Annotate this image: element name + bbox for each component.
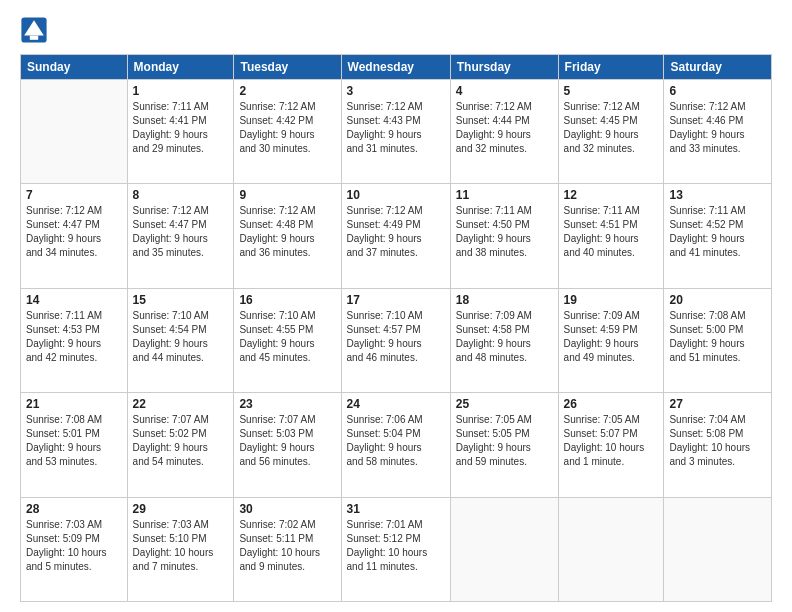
cell-day-number: 31 [347,502,445,516]
calendar-cell: 12Sunrise: 7:11 AM Sunset: 4:51 PM Dayli… [558,184,664,288]
cell-day-number: 10 [347,188,445,202]
weekday-header-sunday: Sunday [21,55,128,80]
calendar-cell: 5Sunrise: 7:12 AM Sunset: 4:45 PM Daylig… [558,80,664,184]
cell-day-number: 19 [564,293,659,307]
calendar-cell [558,497,664,601]
cell-info-text: Sunrise: 7:12 AM Sunset: 4:42 PM Dayligh… [239,100,335,156]
calendar-cell: 19Sunrise: 7:09 AM Sunset: 4:59 PM Dayli… [558,288,664,392]
cell-info-text: Sunrise: 7:02 AM Sunset: 5:11 PM Dayligh… [239,518,335,574]
weekday-header-friday: Friday [558,55,664,80]
cell-day-number: 25 [456,397,553,411]
cell-info-text: Sunrise: 7:11 AM Sunset: 4:52 PM Dayligh… [669,204,766,260]
weekday-header-wednesday: Wednesday [341,55,450,80]
cell-day-number: 2 [239,84,335,98]
calendar-cell: 4Sunrise: 7:12 AM Sunset: 4:44 PM Daylig… [450,80,558,184]
calendar-cell [21,80,128,184]
cell-day-number: 5 [564,84,659,98]
calendar-cell: 30Sunrise: 7:02 AM Sunset: 5:11 PM Dayli… [234,497,341,601]
cell-info-text: Sunrise: 7:11 AM Sunset: 4:53 PM Dayligh… [26,309,122,365]
cell-info-text: Sunrise: 7:03 AM Sunset: 5:10 PM Dayligh… [133,518,229,574]
calendar-cell [664,497,772,601]
cell-info-text: Sunrise: 7:05 AM Sunset: 5:07 PM Dayligh… [564,413,659,469]
cell-day-number: 1 [133,84,229,98]
calendar-cell: 1Sunrise: 7:11 AM Sunset: 4:41 PM Daylig… [127,80,234,184]
cell-day-number: 14 [26,293,122,307]
calendar-row-0: 1Sunrise: 7:11 AM Sunset: 4:41 PM Daylig… [21,80,772,184]
weekday-header-monday: Monday [127,55,234,80]
cell-day-number: 7 [26,188,122,202]
calendar-cell: 29Sunrise: 7:03 AM Sunset: 5:10 PM Dayli… [127,497,234,601]
calendar-cell: 15Sunrise: 7:10 AM Sunset: 4:54 PM Dayli… [127,288,234,392]
calendar-cell: 17Sunrise: 7:10 AM Sunset: 4:57 PM Dayli… [341,288,450,392]
cell-day-number: 28 [26,502,122,516]
cell-day-number: 16 [239,293,335,307]
header [20,16,772,44]
cell-day-number: 26 [564,397,659,411]
calendar-cell: 16Sunrise: 7:10 AM Sunset: 4:55 PM Dayli… [234,288,341,392]
cell-day-number: 27 [669,397,766,411]
cell-info-text: Sunrise: 7:08 AM Sunset: 5:01 PM Dayligh… [26,413,122,469]
calendar-cell [450,497,558,601]
cell-info-text: Sunrise: 7:12 AM Sunset: 4:49 PM Dayligh… [347,204,445,260]
calendar-cell: 24Sunrise: 7:06 AM Sunset: 5:04 PM Dayli… [341,393,450,497]
calendar-row-2: 14Sunrise: 7:11 AM Sunset: 4:53 PM Dayli… [21,288,772,392]
cell-info-text: Sunrise: 7:12 AM Sunset: 4:47 PM Dayligh… [133,204,229,260]
cell-info-text: Sunrise: 7:04 AM Sunset: 5:08 PM Dayligh… [669,413,766,469]
weekday-header-saturday: Saturday [664,55,772,80]
cell-info-text: Sunrise: 7:11 AM Sunset: 4:51 PM Dayligh… [564,204,659,260]
cell-info-text: Sunrise: 7:03 AM Sunset: 5:09 PM Dayligh… [26,518,122,574]
weekday-header-thursday: Thursday [450,55,558,80]
cell-info-text: Sunrise: 7:11 AM Sunset: 4:50 PM Dayligh… [456,204,553,260]
cell-day-number: 23 [239,397,335,411]
calendar-cell: 10Sunrise: 7:12 AM Sunset: 4:49 PM Dayli… [341,184,450,288]
cell-day-number: 17 [347,293,445,307]
cell-info-text: Sunrise: 7:12 AM Sunset: 4:44 PM Dayligh… [456,100,553,156]
calendar-cell: 31Sunrise: 7:01 AM Sunset: 5:12 PM Dayli… [341,497,450,601]
cell-info-text: Sunrise: 7:10 AM Sunset: 4:57 PM Dayligh… [347,309,445,365]
cell-info-text: Sunrise: 7:07 AM Sunset: 5:02 PM Dayligh… [133,413,229,469]
calendar-cell: 9Sunrise: 7:12 AM Sunset: 4:48 PM Daylig… [234,184,341,288]
calendar-cell: 20Sunrise: 7:08 AM Sunset: 5:00 PM Dayli… [664,288,772,392]
cell-day-number: 3 [347,84,445,98]
weekday-header-tuesday: Tuesday [234,55,341,80]
calendar-cell: 7Sunrise: 7:12 AM Sunset: 4:47 PM Daylig… [21,184,128,288]
cell-info-text: Sunrise: 7:12 AM Sunset: 4:46 PM Dayligh… [669,100,766,156]
calendar-cell: 6Sunrise: 7:12 AM Sunset: 4:46 PM Daylig… [664,80,772,184]
calendar-row-4: 28Sunrise: 7:03 AM Sunset: 5:09 PM Dayli… [21,497,772,601]
calendar-cell: 22Sunrise: 7:07 AM Sunset: 5:02 PM Dayli… [127,393,234,497]
calendar-cell: 26Sunrise: 7:05 AM Sunset: 5:07 PM Dayli… [558,393,664,497]
cell-info-text: Sunrise: 7:08 AM Sunset: 5:00 PM Dayligh… [669,309,766,365]
logo-icon [20,16,48,44]
cell-info-text: Sunrise: 7:01 AM Sunset: 5:12 PM Dayligh… [347,518,445,574]
cell-info-text: Sunrise: 7:07 AM Sunset: 5:03 PM Dayligh… [239,413,335,469]
weekday-header-row: SundayMondayTuesdayWednesdayThursdayFrid… [21,55,772,80]
cell-day-number: 6 [669,84,766,98]
calendar-cell: 3Sunrise: 7:12 AM Sunset: 4:43 PM Daylig… [341,80,450,184]
cell-day-number: 21 [26,397,122,411]
calendar-cell: 25Sunrise: 7:05 AM Sunset: 5:05 PM Dayli… [450,393,558,497]
calendar-cell: 23Sunrise: 7:07 AM Sunset: 5:03 PM Dayli… [234,393,341,497]
cell-info-text: Sunrise: 7:12 AM Sunset: 4:47 PM Dayligh… [26,204,122,260]
svg-rect-2 [30,36,38,40]
cell-day-number: 8 [133,188,229,202]
cell-info-text: Sunrise: 7:09 AM Sunset: 4:59 PM Dayligh… [564,309,659,365]
cell-info-text: Sunrise: 7:12 AM Sunset: 4:43 PM Dayligh… [347,100,445,156]
calendar-cell: 8Sunrise: 7:12 AM Sunset: 4:47 PM Daylig… [127,184,234,288]
cell-day-number: 15 [133,293,229,307]
cell-day-number: 20 [669,293,766,307]
calendar-cell: 2Sunrise: 7:12 AM Sunset: 4:42 PM Daylig… [234,80,341,184]
calendar-cell: 18Sunrise: 7:09 AM Sunset: 4:58 PM Dayli… [450,288,558,392]
calendar-cell: 28Sunrise: 7:03 AM Sunset: 5:09 PM Dayli… [21,497,128,601]
cell-info-text: Sunrise: 7:12 AM Sunset: 4:45 PM Dayligh… [564,100,659,156]
cell-info-text: Sunrise: 7:05 AM Sunset: 5:05 PM Dayligh… [456,413,553,469]
page: SundayMondayTuesdayWednesdayThursdayFrid… [0,0,792,612]
cell-day-number: 9 [239,188,335,202]
cell-day-number: 12 [564,188,659,202]
logo [20,16,54,44]
cell-info-text: Sunrise: 7:11 AM Sunset: 4:41 PM Dayligh… [133,100,229,156]
cell-day-number: 11 [456,188,553,202]
cell-day-number: 29 [133,502,229,516]
cell-info-text: Sunrise: 7:10 AM Sunset: 4:55 PM Dayligh… [239,309,335,365]
calendar-cell: 11Sunrise: 7:11 AM Sunset: 4:50 PM Dayli… [450,184,558,288]
cell-info-text: Sunrise: 7:09 AM Sunset: 4:58 PM Dayligh… [456,309,553,365]
